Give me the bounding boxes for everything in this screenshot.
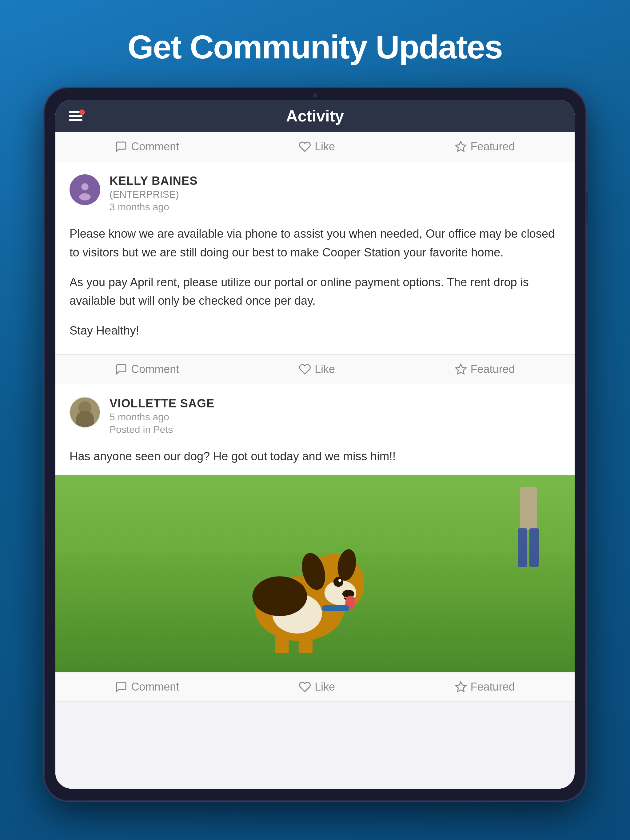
like-label-2: Like: [315, 363, 335, 376]
post-1-paragraph-3: Stay Healthy!: [70, 321, 560, 340]
post-1-avatar: [70, 174, 100, 205]
featured-button-top-1[interactable]: Featured: [455, 140, 515, 153]
comment-label: Comment: [131, 140, 179, 153]
featured-label-2: Featured: [471, 363, 515, 376]
post-1-body: Please know we are available via phone t…: [55, 221, 575, 354]
featured-label: Featured: [471, 140, 515, 153]
like-icon: [299, 141, 311, 153]
dog-scene: [55, 475, 575, 672]
post-2-action-bar-bottom: Comment Like Featured: [55, 672, 575, 702]
svg-rect-16: [299, 633, 313, 654]
post-2-text: Has anyone seen our dog? He got out toda…: [70, 447, 560, 466]
svg-point-2: [81, 183, 88, 190]
comment-label-3: Comment: [131, 681, 179, 693]
tablet-screen: Activity Comment Like: [55, 100, 575, 789]
comment-icon-3: [115, 681, 127, 693]
dog-illustration: [223, 524, 377, 654]
post-1-header: KELLY BAINES (ENTERPRISE) 3 months ago: [55, 161, 575, 221]
content-area[interactable]: Comment Like Featured: [55, 132, 575, 789]
svg-point-17: [253, 576, 307, 616]
post-1-meta: KELLY BAINES (ENTERPRISE) 3 months ago: [109, 174, 198, 213]
hamburger-button[interactable]: [69, 111, 82, 121]
post-1-author: KELLY BAINES: [109, 174, 198, 188]
svg-rect-21: [529, 528, 539, 567]
like-icon-3: [299, 681, 311, 693]
tablet-frame: Activity Comment Like: [44, 88, 586, 801]
post-2-image: [55, 475, 575, 672]
hamburger-bar-2: [69, 115, 82, 117]
svg-rect-18: [322, 605, 350, 611]
featured-star-icon-3: [455, 681, 467, 693]
post-2-meta: VIOLLETTE SAGE 5 months ago Posted in Pe…: [109, 397, 214, 435]
featured-star-icon: [455, 141, 467, 153]
svg-marker-0: [456, 141, 466, 151]
svg-point-3: [79, 193, 90, 201]
post-1-action-bar-top: Comment Like Featured: [55, 132, 575, 161]
comment-icon-2: [115, 363, 127, 376]
like-icon-2: [299, 363, 311, 376]
featured-label-3: Featured: [471, 681, 515, 693]
comment-label-2: Comment: [131, 363, 179, 376]
person-background: [507, 487, 550, 573]
notification-dot: [79, 109, 85, 115]
featured-button-bottom-1[interactable]: Featured: [455, 363, 515, 376]
like-label-3: Like: [315, 681, 335, 693]
post-1-action-bar-bottom: Comment Like Featured: [55, 355, 575, 384]
post-2-header: VIOLLETTE SAGE 5 months ago Posted in Pe…: [55, 384, 575, 444]
like-button-bottom-2[interactable]: Like: [299, 681, 335, 693]
featured-star-icon-2: [455, 363, 467, 376]
page-headline: Get Community Updates: [128, 28, 502, 66]
comment-icon: [115, 141, 127, 153]
post-2-posted-in: Posted in Pets: [109, 424, 214, 435]
post-2-body: Has anyone seen our dog? He got out toda…: [55, 444, 575, 475]
post-2-time: 5 months ago: [109, 411, 214, 423]
nav-title: Activity: [286, 107, 344, 125]
svg-rect-19: [520, 487, 537, 531]
svg-marker-4: [456, 364, 466, 374]
like-label: Like: [315, 140, 335, 153]
post-1-paragraph-1: Please know we are available via phone t…: [70, 224, 560, 262]
post-2-avatar: [70, 397, 100, 428]
svg-rect-15: [275, 633, 288, 654]
like-button-top-1[interactable]: Like: [299, 140, 335, 153]
svg-point-12: [339, 579, 342, 582]
hamburger-bar-3: [69, 119, 82, 121]
svg-marker-22: [456, 682, 466, 692]
post-1-paragraph-2: As you pay April rent, please utilize ou…: [70, 273, 560, 311]
svg-rect-20: [518, 528, 527, 567]
svg-point-11: [334, 577, 343, 587]
comment-button-bottom-2[interactable]: Comment: [115, 681, 179, 693]
like-button-bottom-1[interactable]: Like: [299, 363, 335, 376]
post-1-time: 3 months ago: [109, 201, 198, 213]
post-1-subtitle: (ENTERPRISE): [109, 189, 198, 200]
comment-button-bottom-1[interactable]: Comment: [115, 363, 179, 376]
post-2: VIOLLETTE SAGE 5 months ago Posted in Pe…: [55, 384, 575, 672]
post-1: KELLY BAINES (ENTERPRISE) 3 months ago P…: [55, 161, 575, 355]
featured-button-bottom-2[interactable]: Featured: [455, 681, 515, 693]
post-2-author: VIOLLETTE SAGE: [109, 397, 214, 410]
vs-avatar-photo: [70, 398, 100, 427]
nav-bar: Activity: [55, 100, 575, 132]
kb-avatar-icon: [74, 179, 96, 201]
comment-button-top-1[interactable]: Comment: [115, 140, 179, 153]
